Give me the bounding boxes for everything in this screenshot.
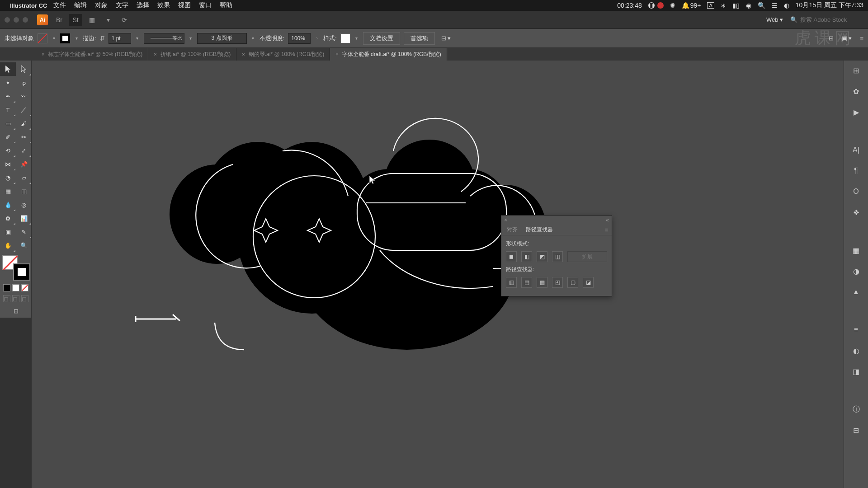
pen-tool[interactable]: ✒ [0,89,16,103]
input-method-icon[interactable]: A [707,2,714,9]
glyphs-panel-icon[interactable]: ❖ [850,206,863,219]
battery-icon[interactable]: ▮▯ [732,2,740,9]
gpu-icon[interactable]: ⟳ [118,14,131,26]
panel-toggle-icon[interactable]: ⊞ [829,35,834,42]
bridge-icon[interactable]: Br [52,14,66,26]
color-panel-icon[interactable]: ◑ [850,265,863,277]
trim-button[interactable]: ▤ [521,277,532,288]
fill-dropdown[interactable]: ▾ [51,36,57,41]
info-panel-icon[interactable]: ⓘ [850,403,863,416]
panel-collapse-icon[interactable]: « [606,217,609,223]
style-swatch[interactable] [340,33,350,43]
brush-def[interactable]: 3 点圆形 [197,33,247,44]
selection-tool[interactable] [0,62,16,76]
magic-wand-tool[interactable]: ✦ [0,76,16,89]
artboard-tool[interactable]: ▣ [0,225,16,239]
type-tool[interactable]: T [0,103,16,117]
draw-inside[interactable]: ◻ [21,295,28,302]
panel-menu-icon[interactable]: ≡ [605,227,608,233]
align-panel-icon[interactable]: ⊟ [850,424,863,436]
style-dropdown[interactable]: ▾ [354,36,359,41]
stroke-weight-dropdown[interactable]: ▾ [135,36,140,41]
unite-button[interactable]: ◼ [506,251,517,262]
zoom-tool[interactable]: 🔍 [16,239,32,252]
libraries-panel-icon[interactable]: ✿ [850,85,863,98]
exclude-button[interactable]: ◫ [552,251,563,262]
stroke-box[interactable] [14,264,29,280]
wechat-icon[interactable]: ✺ [670,2,675,9]
stroke-dropdown[interactable]: ▾ [74,36,79,41]
transparency-panel-icon[interactable]: ◨ [850,365,863,378]
free-transform-tool[interactable]: 📌 [16,157,32,171]
merge-button[interactable]: ▦ [537,277,547,288]
align-tab[interactable]: 对齐 [505,225,519,235]
fill-stroke-control[interactable] [2,255,29,280]
menu-object[interactable]: 对象 [95,1,108,9]
color-guide-panel-icon[interactable]: ▲ [850,286,863,298]
lasso-tool[interactable]: ϱ [16,76,32,89]
minus-back-button[interactable]: ◪ [583,277,594,288]
screen-mode[interactable]: ⊡ [0,304,32,318]
pathfinder-tab[interactable]: 路径查找器 [524,225,555,235]
properties-panel-icon[interactable]: ⊞ [850,64,863,77]
pause-icon[interactable]: ❚❚ [648,2,655,9]
opacity-dropdown[interactable]: › [314,36,320,41]
align-icon[interactable]: ⊟ ▾ [441,35,451,42]
profile-dropdown[interactable]: ▾ [188,36,193,41]
stroke-weight-input[interactable] [108,33,131,44]
swatches-panel-icon[interactable]: ▦ [850,244,863,257]
zoom-dot[interactable] [23,17,28,23]
paintbrush-tool[interactable]: 🖌 [16,117,32,130]
eyedropper-tool[interactable]: 💧 [0,198,16,211]
menu-help[interactable]: 帮助 [220,1,232,9]
opacity-input[interactable] [288,33,311,44]
menu-effect[interactable]: 效果 [157,1,170,9]
minimize-dot[interactable] [14,17,19,23]
draw-behind[interactable]: ◻ [12,295,19,302]
stroke-stepper[interactable]: ⇵ [100,35,105,42]
bluetooth-icon[interactable]: ∗ [721,2,726,9]
stroke-panel-icon[interactable]: ≡ [850,324,863,336]
rectangle-tool[interactable]: ▭ [0,117,16,130]
slice-tool[interactable]: ✎ [16,225,32,239]
character-panel-icon[interactable]: A| [850,144,863,156]
minus-front-button[interactable]: ◧ [521,251,532,262]
menu-file[interactable]: 文件 [53,1,66,9]
wifi-icon[interactable]: ◉ [746,2,751,9]
menu-type[interactable]: 文字 [116,1,128,9]
arrange-icon[interactable]: ▦ [85,14,99,26]
direct-selection-tool[interactable] [16,62,32,76]
menu-window[interactable]: 窗口 [199,1,212,9]
search-input[interactable] [800,16,863,23]
symbol-sprayer-tool[interactable]: ✿ [0,211,16,225]
clock[interactable]: 10月15日 周五 下午7:33 [796,1,863,9]
panel-menu-icon[interactable]: ≡ [860,35,863,42]
paragraph-panel-icon[interactable]: ¶ [850,164,863,177]
menu-view[interactable]: 视图 [178,1,191,9]
chevron-down-icon[interactable]: ▾ [101,14,115,26]
gradient-mode[interactable] [12,284,19,291]
pathfinder-panel[interactable]: ×« 对齐 路径查找器 ≡ 形状模式: ◼ ◧ ◩ ◫ 扩展 路径查找器: ▥ … [501,215,612,296]
stock-icon[interactable]: St [69,14,82,26]
menu-edit[interactable]: 编辑 [74,1,87,9]
opentype-panel-icon[interactable]: O [850,185,863,198]
brush-dropdown[interactable]: ▾ [250,36,256,41]
prefs-button[interactable]: 首选项 [404,32,435,45]
tab-close-icon[interactable]: × [335,52,338,57]
workspace-switcher[interactable]: Web ▾ [766,16,783,23]
expand-button[interactable]: 扩展 [567,251,607,262]
crop-button[interactable]: ◰ [552,277,563,288]
tab-close-icon[interactable]: × [242,52,245,57]
stroke-swatch[interactable] [60,33,70,43]
window-controls[interactable] [5,17,28,23]
none-mode[interactable] [21,284,28,291]
perspective-tool[interactable]: ▱ [16,171,32,184]
intersect-button[interactable]: ◩ [537,251,547,262]
tab-close-icon[interactable]: × [154,52,156,57]
eraser-tool[interactable]: ✂ [16,130,32,144]
doc-tab-3[interactable]: ×字体全能番 draft.ai* @ 100% (RGB/预览) [330,48,447,61]
panel-arrange-icon[interactable]: ▣ ▾ [842,35,852,42]
doc-setup-button[interactable]: 文档设置 [363,32,400,45]
outline-button[interactable]: ▢ [567,277,578,288]
siri-icon[interactable]: ◐ [784,2,789,9]
